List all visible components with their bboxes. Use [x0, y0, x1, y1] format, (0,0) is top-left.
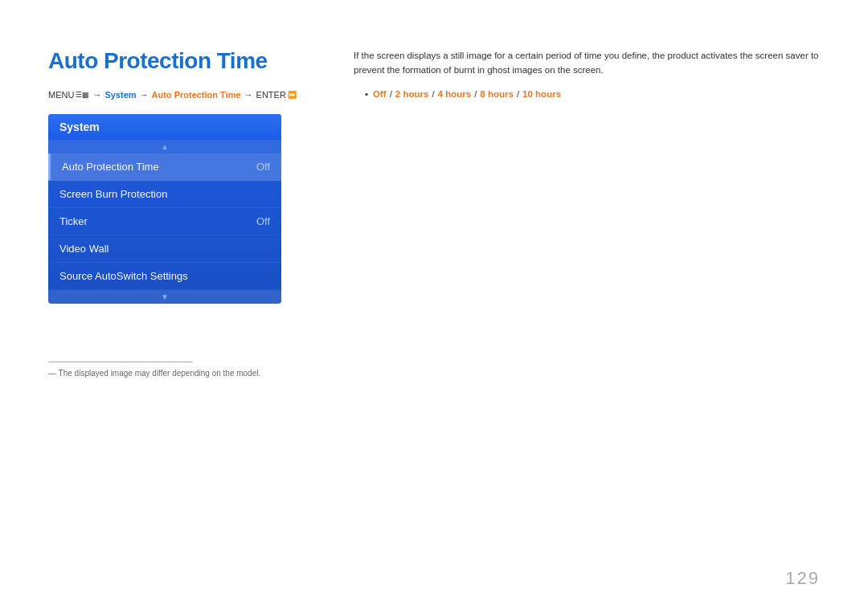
menu-item-label: Auto Protection Time — [62, 161, 159, 173]
breadcrumb-sep3: → — [244, 90, 253, 100]
options-list: • Off / 2 hours / 4 hours / 8 hours / 10… — [365, 89, 820, 99]
option-sep1: / — [390, 89, 392, 99]
option-8hours: 8 hours — [480, 89, 514, 99]
breadcrumb-sep1: → — [92, 90, 101, 100]
menu-item-value: Off — [256, 161, 270, 173]
footnote-section: ― The displayed image may differ dependi… — [48, 362, 273, 378]
breadcrumb: MENU ☰▩ → System → Auto Protection Time … — [48, 90, 346, 100]
system-menu-header: System — [48, 114, 281, 140]
footnote-divider — [48, 362, 193, 362]
menu-item-video-wall[interactable]: Video Wall — [48, 235, 281, 263]
breadcrumb-enter: ENTER — [256, 90, 286, 100]
breadcrumb-system: System — [104, 90, 136, 100]
option-2hours: 2 hours — [395, 89, 429, 99]
menu-item-value: Off — [256, 215, 270, 227]
footnote-text: ― The displayed image may differ dependi… — [48, 369, 273, 378]
breadcrumb-sep2: → — [140, 90, 149, 100]
system-menu-title: System — [59, 121, 100, 133]
page-title: Auto Protection Time — [48, 48, 346, 74]
option-off: Off — [373, 89, 387, 99]
breadcrumb-menu-icon: ☰▩ — [76, 91, 89, 99]
description-text: If the screen displays a still image for… — [354, 48, 820, 78]
menu-item-label: Source AutoSwitch Settings — [59, 270, 188, 282]
menu-item-source-autoswitch[interactable]: Source AutoSwitch Settings — [48, 263, 281, 290]
breadcrumb-enter-icon: ⏩ — [288, 91, 297, 99]
bullet-point: • — [365, 89, 368, 99]
system-menu: System ▲ Auto Protection Time Off Screen… — [48, 114, 281, 304]
menu-item-label: Video Wall — [59, 243, 108, 255]
option-4hours: 4 hours — [438, 89, 472, 99]
menu-item-ticker[interactable]: Ticker Off — [48, 208, 281, 235]
breadcrumb-active: Auto Protection Time — [152, 90, 241, 100]
menu-item-label: Screen Burn Protection — [59, 188, 167, 200]
scroll-up-icon[interactable]: ▲ — [48, 140, 281, 153]
option-sep4: / — [517, 89, 519, 99]
menu-item-screen-burn[interactable]: Screen Burn Protection — [48, 181, 281, 208]
option-10hours: 10 hours — [522, 89, 561, 99]
option-sep3: / — [474, 89, 477, 99]
menu-item-auto-protection[interactable]: Auto Protection Time Off — [48, 153, 281, 181]
right-column: If the screen displays a still image for… — [354, 48, 820, 99]
option-sep2: / — [432, 89, 434, 99]
scroll-down-icon[interactable]: ▼ — [48, 290, 281, 304]
page-number: 129 — [785, 568, 820, 589]
menu-item-label: Ticker — [59, 215, 88, 227]
breadcrumb-menu: MENU — [48, 90, 74, 100]
